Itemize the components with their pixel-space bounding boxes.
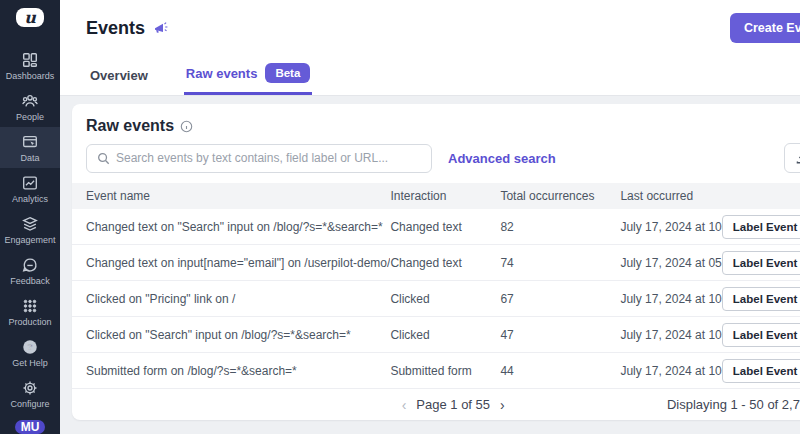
search-box — [86, 144, 432, 173]
col-header-event-name: Event name — [72, 189, 390, 203]
download-button[interactable] — [784, 143, 800, 173]
sidebar-item-engagement[interactable]: Engagement — [0, 209, 60, 250]
event-name: Clicked on "Search" input on /blog/?s=*&… — [72, 328, 390, 342]
event-last-occurred: July 17, 2024 at 05... — [620, 256, 730, 270]
table-row[interactable]: Changed text on "Search" input on /blog/… — [72, 209, 800, 245]
advanced-search-link[interactable]: Advanced search — [448, 151, 556, 166]
table-row[interactable]: Clicked on "Search" input on /blog/?s=*&… — [72, 317, 800, 353]
sidebar: u Dashboards People Data Analytics — [0, 0, 60, 434]
table-row[interactable]: Clicked on "Pricing" link on / Clicked 6… — [72, 281, 800, 317]
create-event-button[interactable]: Create Event — [730, 13, 800, 43]
avatar-initials: MU — [21, 420, 40, 434]
analytics-icon — [21, 174, 39, 192]
sidebar-item-production[interactable]: Production — [0, 291, 60, 332]
sidebar-item-get-help[interactable]: ? Get Help — [0, 332, 60, 373]
event-interaction: Clicked — [390, 328, 500, 342]
sidebar-item-feedback[interactable]: Feedback — [0, 250, 60, 291]
events-table: Event name Interaction Total occurrences… — [72, 183, 800, 389]
sidebar-item-label: People — [16, 112, 44, 122]
people-icon — [21, 92, 39, 110]
event-last-occurred: July 17, 2024 at 10... — [620, 328, 730, 342]
event-occurrences: 67 — [500, 292, 620, 306]
label-event-button[interactable]: Label Event — [722, 359, 800, 383]
configure-icon — [21, 379, 39, 397]
sidebar-item-label: Data — [20, 153, 39, 163]
event-last-occurred: July 17, 2024 at 10... — [620, 220, 730, 234]
tab-raw-events[interactable]: Raw events Beta — [184, 55, 312, 95]
col-header-occurrences: Total occurrences — [500, 189, 620, 203]
help-icon: ? — [21, 338, 39, 356]
event-interaction: Clicked — [390, 292, 500, 306]
event-name: Submitted form on /blog/?s=*&search=* — [72, 364, 390, 378]
label-event-button[interactable]: Label Event — [722, 287, 800, 311]
production-icon — [21, 297, 39, 315]
content-area: Raw events Advanced search — [60, 96, 800, 434]
megaphone-icon[interactable] — [153, 20, 169, 36]
event-interaction: Changed text — [390, 220, 500, 234]
sidebar-item-analytics[interactable]: Analytics — [0, 168, 60, 209]
raw-events-panel: Raw events Advanced search — [72, 104, 800, 420]
table-row[interactable]: Changed text on input[name="email"] on /… — [72, 245, 800, 281]
event-occurrences: 82 — [500, 220, 620, 234]
engagement-icon — [21, 215, 39, 233]
svg-text:?: ? — [27, 342, 33, 352]
event-name: Changed text on input[name="email"] on /… — [72, 256, 390, 270]
next-page-icon[interactable]: › — [500, 398, 505, 412]
dashboards-icon — [21, 51, 39, 69]
userpilot-logo[interactable]: u — [16, 8, 44, 27]
sidebar-item-label: Production — [8, 317, 51, 327]
download-icon — [795, 151, 800, 165]
event-interaction: Submitted form — [390, 364, 500, 378]
feedback-icon — [21, 256, 39, 274]
logo-letter: u — [24, 8, 36, 27]
tab-overview[interactable]: Overview — [88, 60, 150, 95]
table-footer: ‹ Page 1 of 55 › Displaying 1 - 50 of 2,… — [72, 389, 800, 420]
panel-title: Raw events — [86, 117, 174, 135]
sidebar-item-label: Engagement — [4, 235, 55, 245]
table-header-row: Event name Interaction Total occurrences… — [72, 183, 800, 209]
beta-badge: Beta — [265, 63, 310, 83]
search-icon — [97, 152, 110, 165]
info-icon[interactable] — [180, 120, 193, 133]
prev-page-icon[interactable]: ‹ — [402, 398, 407, 412]
event-last-occurred: July 17, 2024 at 10... — [620, 364, 730, 378]
sidebar-item-label: Feedback — [10, 276, 50, 286]
sidebar-item-label: Get Help — [12, 358, 48, 368]
pagination: ‹ Page 1 of 55 › — [402, 397, 505, 412]
user-avatar[interactable]: MU — [15, 420, 45, 434]
event-occurrences: 44 — [500, 364, 620, 378]
tab-bar: Overview Raw events Beta — [60, 49, 800, 95]
col-header-interaction: Interaction — [390, 189, 500, 203]
sidebar-item-data[interactable]: Data — [0, 127, 60, 168]
sidebar-item-configure[interactable]: Configure — [0, 373, 60, 414]
sidebar-item-dashboards[interactable]: Dashboards — [0, 45, 60, 86]
table-row[interactable]: Submitted form on /blog/?s=*&search=* Su… — [72, 353, 800, 389]
sidebar-item-label: Configure — [10, 399, 49, 409]
search-input[interactable] — [116, 151, 421, 165]
event-occurrences: 47 — [500, 328, 620, 342]
event-last-occurred: July 17, 2024 at 10... — [620, 292, 730, 306]
event-name: Changed text on "Search" input on /blog/… — [72, 220, 390, 234]
sidebar-item-label: Dashboards — [6, 71, 55, 81]
sidebar-item-label: Analytics — [12, 194, 48, 204]
page-title: Events — [86, 18, 145, 39]
data-icon — [21, 133, 39, 151]
event-interaction: Changed text — [390, 256, 500, 270]
main-area: Events Create Event Overview Raw events … — [60, 0, 800, 434]
displaying-count: Displaying 1 - 50 of 2,739 — [667, 397, 800, 412]
sidebar-item-people[interactable]: People — [0, 86, 60, 127]
event-name: Clicked on "Pricing" link on / — [72, 292, 390, 306]
pagination-label: Page 1 of 55 — [416, 397, 490, 412]
label-event-button[interactable]: Label Event — [722, 323, 800, 347]
label-event-button[interactable]: Label Event — [722, 215, 800, 239]
tab-raw-events-label: Raw events — [186, 66, 258, 81]
col-header-last-occurred: Last occurred — [620, 189, 730, 203]
label-event-button[interactable]: Label Event — [722, 251, 800, 275]
page-header: Events Create Event Overview Raw events … — [60, 0, 800, 96]
event-occurrences: 74 — [500, 256, 620, 270]
